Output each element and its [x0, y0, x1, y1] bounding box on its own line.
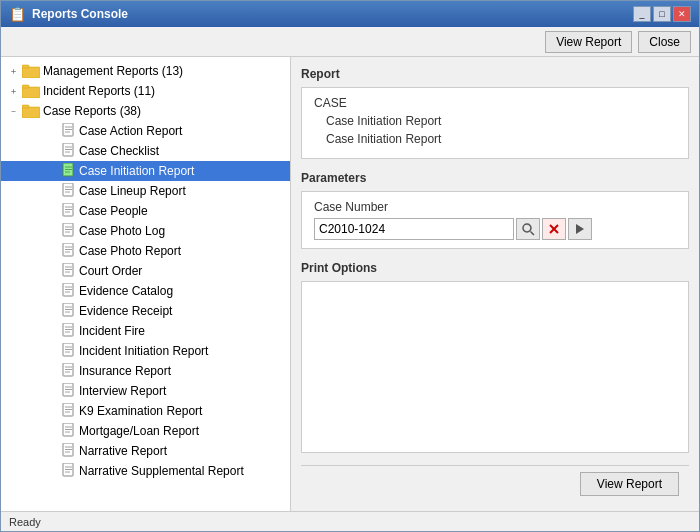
- tree-label-case-photo-report: Case Photo Report: [79, 244, 181, 258]
- folder-icon-case: [21, 103, 41, 119]
- tree-item-insurance[interactable]: Insurance Report: [1, 361, 290, 381]
- spacer-insurance: [45, 363, 61, 379]
- go-param-button[interactable]: [568, 218, 592, 240]
- right-bottom-bar: View Report: [301, 465, 689, 501]
- report-entry-initiation-2: Case Initiation Report: [314, 132, 676, 146]
- view-report-button[interactable]: View Report: [580, 472, 679, 496]
- svg-line-79: [531, 232, 535, 236]
- search-param-button[interactable]: [516, 218, 540, 240]
- svg-rect-4: [22, 107, 40, 118]
- spacer-incident-fire: [45, 323, 61, 339]
- case-number-input[interactable]: [314, 218, 514, 240]
- tree-item-case-initiation[interactable]: Case Initiation Report: [1, 161, 290, 181]
- doc-icon-court-order: [61, 263, 77, 279]
- toolbar: View Report Close: [1, 27, 699, 57]
- maximize-button[interactable]: □: [653, 6, 671, 22]
- spacer-k9: [45, 403, 61, 419]
- toolbar-close-button[interactable]: Close: [638, 31, 691, 53]
- tree-item-k9[interactable]: K9 Examination Report: [1, 401, 290, 421]
- main-window: 📋 Reports Console _ □ ✕ View Report Clos…: [0, 0, 700, 532]
- tree-item-interview[interactable]: Interview Report: [1, 381, 290, 401]
- tree-item-case-lineup[interactable]: Case Lineup Report: [1, 181, 290, 201]
- tree-item-case-photo-log[interactable]: Case Photo Log: [1, 221, 290, 241]
- tree-item-incident-initiation[interactable]: Incident Initiation Report: [1, 341, 290, 361]
- parameters-section-wrapper: Parameters Case Number: [301, 171, 689, 249]
- tree-item-case[interactable]: － Case Reports (38): [1, 101, 290, 121]
- title-bar: 📋 Reports Console _ □ ✕: [1, 1, 699, 27]
- expand-icon-case: －: [5, 103, 21, 119]
- case-number-label: Case Number: [314, 200, 676, 214]
- tree-label-k9: K9 Examination Report: [79, 404, 202, 418]
- tree-item-case-checklist[interactable]: Case Checklist: [1, 141, 290, 161]
- svg-rect-3: [22, 85, 29, 88]
- tree-item-court-order[interactable]: Court Order: [1, 261, 290, 281]
- tree-label-insurance: Insurance Report: [79, 364, 171, 378]
- spacer-incident-initiation: [45, 343, 61, 359]
- tree-item-narrative-supp[interactable]: Narrative Supplemental Report: [1, 461, 290, 481]
- spacer-case-checklist: [45, 143, 61, 159]
- tree-item-evidence-receipt[interactable]: Evidence Receipt: [1, 301, 290, 321]
- close-window-button[interactable]: ✕: [673, 6, 691, 22]
- doc-icon-case-photo-log: [61, 223, 77, 239]
- tree-container[interactable]: ＋ Management Reports (13) ＋: [1, 57, 290, 511]
- right-panel: Report CASE Case Initiation Report Case …: [291, 57, 699, 511]
- report-entry-case: CASE: [314, 96, 676, 110]
- doc-icon-insurance: [61, 363, 77, 379]
- spacer-court-order: [45, 263, 61, 279]
- doc-icon-k9: [61, 403, 77, 419]
- folder-icon-incident: [21, 83, 41, 99]
- doc-icon-case-initiation: [61, 163, 77, 179]
- tree-label-mortgage: Mortgage/Loan Report: [79, 424, 199, 438]
- svg-rect-0: [22, 67, 40, 78]
- svg-marker-82: [576, 224, 584, 234]
- tree-label-interview: Interview Report: [79, 384, 166, 398]
- tree-item-mortgage[interactable]: Mortgage/Loan Report: [1, 421, 290, 441]
- folder-icon-management: [21, 63, 41, 79]
- svg-point-78: [523, 224, 531, 232]
- report-entry-initiation-1: Case Initiation Report: [314, 114, 676, 128]
- report-section: CASE Case Initiation Report Case Initiat…: [301, 87, 689, 159]
- tree-item-case-photo-report[interactable]: Case Photo Report: [1, 241, 290, 261]
- expand-icon-incident: ＋: [5, 83, 21, 99]
- tree-label-management: Management Reports (13): [43, 64, 183, 78]
- tree-label-case-action: Case Action Report: [79, 124, 182, 138]
- toolbar-view-report-button[interactable]: View Report: [545, 31, 632, 53]
- print-section: [301, 281, 689, 453]
- spacer-mortgage: [45, 423, 61, 439]
- tree-item-incident-fire[interactable]: Incident Fire: [1, 321, 290, 341]
- tree-label-evidence-catalog: Evidence Catalog: [79, 284, 173, 298]
- doc-icon-incident-fire: [61, 323, 77, 339]
- tree-label-case-initiation: Case Initiation Report: [79, 164, 194, 178]
- tree-item-evidence-catalog[interactable]: Evidence Catalog: [1, 281, 290, 301]
- tree-label-case-lineup: Case Lineup Report: [79, 184, 186, 198]
- left-panel: ＋ Management Reports (13) ＋: [1, 57, 291, 511]
- doc-icon-case-action: [61, 123, 77, 139]
- tree-label-evidence-receipt: Evidence Receipt: [79, 304, 172, 318]
- doc-icon-incident-initiation: [61, 343, 77, 359]
- svg-rect-2: [22, 87, 40, 98]
- tree-label-case-photo-log: Case Photo Log: [79, 224, 165, 238]
- print-options-wrapper: Print Options: [301, 261, 689, 453]
- parameters-section-label: Parameters: [301, 171, 689, 185]
- spacer-case-lineup: [45, 183, 61, 199]
- tree-item-case-people[interactable]: Case People: [1, 201, 290, 221]
- clear-param-button[interactable]: [542, 218, 566, 240]
- svg-rect-5: [22, 105, 29, 108]
- tree-item-case-action[interactable]: Case Action Report: [1, 121, 290, 141]
- tree-label-incident-initiation: Incident Initiation Report: [79, 344, 208, 358]
- expand-icon-management: ＋: [5, 63, 21, 79]
- spacer-case-action: [45, 123, 61, 139]
- doc-icon-case-checklist: [61, 143, 77, 159]
- param-input-row: [314, 218, 676, 240]
- doc-icon-interview: [61, 383, 77, 399]
- svg-rect-1: [22, 65, 29, 68]
- tree-item-management[interactable]: ＋ Management Reports (13): [1, 61, 290, 81]
- minimize-button[interactable]: _: [633, 6, 651, 22]
- status-bar: Ready: [1, 511, 699, 531]
- tree-label-narrative: Narrative Report: [79, 444, 167, 458]
- spacer-case-people: [45, 203, 61, 219]
- doc-icon-narrative-supp: [61, 463, 77, 479]
- doc-icon-case-people: [61, 203, 77, 219]
- tree-item-incident[interactable]: ＋ Incident Reports (11): [1, 81, 290, 101]
- tree-item-narrative[interactable]: Narrative Report: [1, 441, 290, 461]
